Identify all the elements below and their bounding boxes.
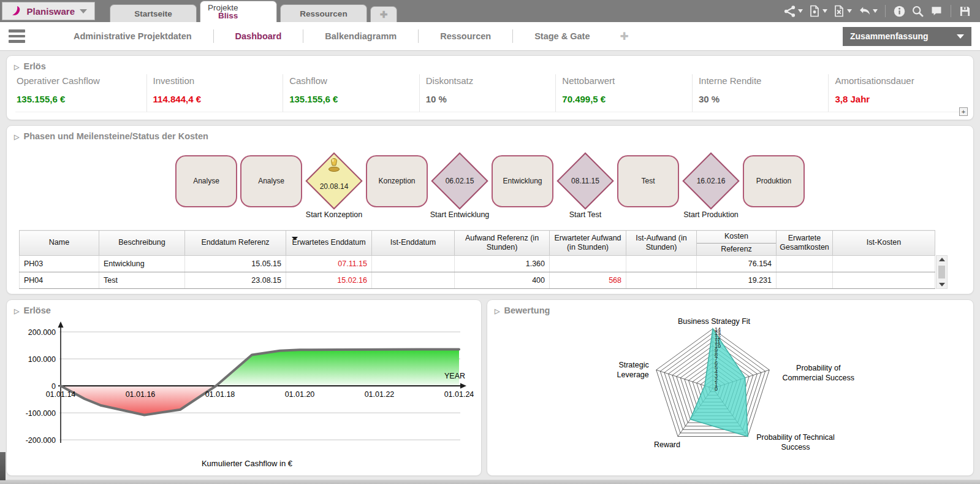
workspace-tabs: Startseite Projekte Bliss Ressourcen (110, 0, 397, 22)
svg-text:14: 14 (715, 326, 721, 332)
comments-button[interactable] (930, 5, 943, 17)
export-pdf-button[interactable] (808, 5, 827, 17)
nav-ressourcen[interactable]: Ressourcen (419, 31, 512, 41)
panel-erloes-kpi: Erlös Operativer Cashflow 135.155,6 € In… (6, 55, 974, 120)
tab-ressourcen[interactable]: Ressourcen (280, 4, 367, 22)
table-scrollbar[interactable] (936, 255, 948, 289)
nav-balkendiagramm[interactable]: Balkendiagramm (303, 31, 418, 41)
phase-shape-test[interactable]: Test (617, 155, 679, 207)
chevron-down-icon (798, 9, 803, 13)
phases-table-wrap: Name Beschreibung Enddatum Referenz Erwa… (19, 230, 962, 289)
col-aufwand-referenz[interactable]: Aufwand Referenz (in Stunden) (455, 231, 550, 256)
expand-plus-icon[interactable] (959, 107, 968, 116)
undo-icon (857, 5, 871, 17)
table-row[interactable]: PH04 Test 23.08.15 15.02.16 400 568 19.2… (20, 272, 935, 289)
col-name[interactable]: Name (20, 231, 99, 256)
save-button[interactable] (959, 5, 971, 18)
phase-shape-analyse[interactable]: Analyse (175, 155, 237, 207)
kpi-operativer-cashflow: Operativer Cashflow 135.155,6 € (15, 74, 146, 112)
view-nav: Administrative Projektdaten Dashboard Ba… (52, 29, 629, 43)
svg-text:01.01.24: 01.01.24 (444, 390, 474, 399)
search-icon (911, 5, 924, 18)
phase-shape-entwicklung[interactable]: Entwicklung (492, 155, 553, 207)
collapse-arrow-icon[interactable] (495, 305, 499, 315)
planisware-logo-icon (10, 5, 22, 17)
phase-shape-produktion[interactable]: Produktion (743, 155, 805, 207)
share-icon (783, 5, 796, 18)
export-excel-button[interactable] (833, 5, 852, 17)
kpi-value: 70.499,5 € (562, 94, 692, 104)
rating-radar-chart: 01234567891011121314Business Strategy Fi… (487, 317, 971, 472)
col-ist-enddatum[interactable]: Ist-Enddatum (372, 231, 455, 256)
milestone-caption: Start Entwicklung (430, 210, 490, 219)
milestone-shape[interactable]: 06.02.15Start Entwicklung (431, 152, 488, 210)
svg-text:01.01.14: 01.01.14 (46, 390, 76, 399)
panel-bewertung: Bewertung 01234567891011121314Business S… (487, 299, 974, 476)
milestone-caption: Start Konzeption (306, 210, 362, 219)
main-menu-button[interactable] (9, 29, 25, 43)
col-ist-kosten[interactable]: Ist-Kosten (833, 231, 935, 256)
planisware-menu-button[interactable]: Planisware (2, 2, 95, 20)
scrollbar-thumb[interactable] (938, 266, 945, 278)
panel-title: Bewertung (504, 305, 550, 315)
info-button[interactable] (893, 5, 906, 18)
col-enddatum-referenz[interactable]: Enddatum Referenz (185, 231, 286, 256)
phase-shape-analyse[interactable]: Analyse (240, 155, 302, 207)
tab-project-name: Bliss (218, 11, 238, 20)
nav-dashboard[interactable]: Dashboard (214, 31, 303, 41)
col-beschreibung[interactable]: Beschreibung (99, 231, 185, 256)
svg-text:01.01.18: 01.01.18 (205, 390, 235, 399)
milestone-date: 16.02.16 (697, 177, 726, 185)
charts-row: Erlöse 200.000100.0000-100.000-200.00001… (6, 299, 974, 476)
svg-text:Probability of TechnicalSucces: Probability of TechnicalSuccess (756, 433, 835, 451)
dashboard-content: Erlös Operativer Cashflow 135.155,6 € In… (0, 51, 980, 476)
app-name: Planisware (27, 6, 75, 17)
col-erwarteter-aufwand[interactable]: Erwarteter Aufwand (in Stunden) (550, 231, 626, 256)
scroll-down-icon[interactable] (939, 283, 945, 286)
chevron-down-icon (847, 9, 852, 13)
info-icon (893, 5, 906, 18)
summary-dropdown[interactable]: Zusammenfassung (843, 27, 971, 46)
milestone-date: 08.11.15 (571, 177, 599, 185)
col-ist-aufwand[interactable]: Ist-Aufwand (in Stunden) (626, 231, 697, 256)
collapse-arrow-icon[interactable] (14, 61, 19, 71)
kpi-diskontsatz: Diskontsatz 10 % (419, 74, 556, 112)
collapse-arrow-icon[interactable] (14, 131, 19, 141)
kpi-interne-rendite: Interne Rendite 30 % (692, 74, 829, 112)
milestone-date: 06.02.15 (446, 177, 474, 185)
cashflow-chart: 200.000100.0000-100.000-200.00001.01.140… (7, 317, 474, 472)
scroll-up-icon[interactable] (939, 258, 945, 261)
divider (951, 5, 951, 17)
sort-desc-icon[interactable] (292, 237, 298, 240)
milestone-shape[interactable]: 08.11.15Start Test (556, 152, 614, 210)
col-erwartetes-enddatum[interactable]: Erwartetes Enddatum (286, 231, 372, 256)
comment-icon (930, 5, 943, 17)
phase-shape-konzeption[interactable]: Konzeption (366, 155, 428, 207)
svg-text:-200.000: -200.000 (26, 436, 56, 445)
kpi-nettobarwert: Nettobarwert 70.499,5 € (555, 74, 692, 112)
table-row[interactable]: PH03 Entwicklung 15.05.15 07.11.15 1.360… (20, 256, 935, 272)
tab-startseite[interactable]: Startseite (110, 4, 197, 22)
share-button[interactable] (783, 5, 803, 18)
col-erwartete-gesamtkosten[interactable]: Erwartete Gesamtkosten (777, 231, 833, 256)
new-tab-button[interactable] (370, 6, 397, 22)
search-button[interactable] (911, 5, 924, 18)
sidebar-handle[interactable] (0, 452, 6, 480)
milestone-shape[interactable]: 20.08.14Start Konzeption (305, 152, 363, 210)
add-view-button[interactable] (620, 30, 628, 43)
nav-stage-gate[interactable]: Stage & Gate (513, 31, 611, 41)
panel-title: Phasen und Meilensteine/Status der Koste… (23, 131, 208, 141)
undo-button[interactable] (857, 5, 878, 17)
nav-administrative-projektdaten[interactable]: Administrative Projektdaten (52, 31, 213, 41)
milestone-shape[interactable]: 16.02.16Start Produktion (682, 152, 740, 210)
kpi-value: 135.155,6 € (17, 94, 146, 104)
panel-title: Erlös (23, 61, 45, 71)
collapse-arrow-icon[interactable] (14, 305, 19, 315)
tab-projekte-bliss[interactable]: Projekte Bliss (200, 1, 277, 22)
svg-text:01.01.22: 01.01.22 (365, 390, 395, 399)
kpi-investition: Investition 114.844,4 € (146, 74, 283, 112)
svg-text:01.01.16: 01.01.16 (126, 390, 156, 399)
window-tab-bar: Planisware Startseite Projekte Bliss Res… (0, 0, 980, 22)
svg-text:YEAR: YEAR (444, 372, 465, 380)
col-kosten-referenz[interactable]: Kosten Referenz (697, 231, 777, 256)
